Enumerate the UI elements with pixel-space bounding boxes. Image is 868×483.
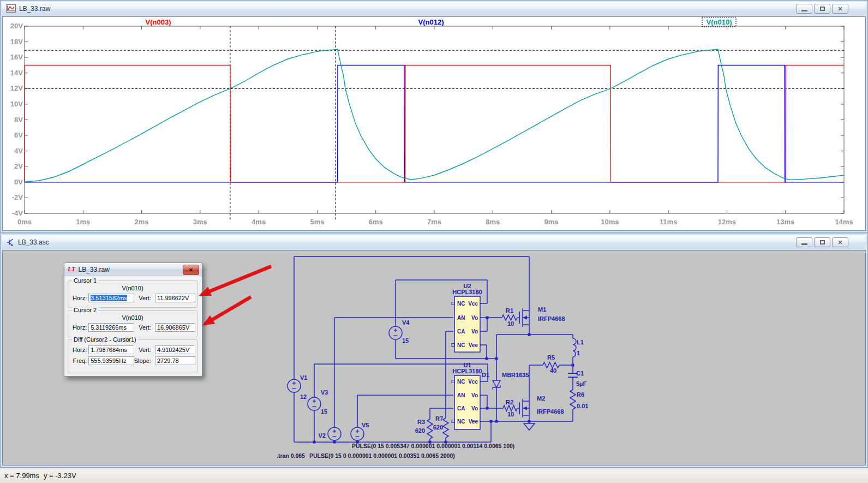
junction-dot	[486, 357, 488, 360]
y-tick-label: -4V	[12, 209, 23, 217]
ic-U2[interactable]: NCVccANVoCAVoNCVeeU2HCPL3180	[452, 283, 482, 352]
x-tick-label: 8ms	[486, 218, 500, 226]
status-y-readout: y = -3.23V	[44, 472, 76, 480]
junction-dot	[313, 441, 316, 444]
component-ref: V2	[319, 432, 326, 439]
voltage-source-symbol[interactable]	[288, 379, 301, 392]
cursor2-vert-field[interactable]: 16.906865V	[155, 323, 195, 332]
pulse-directive-v2[interactable]: PULSE(0 15 0 0.000001 0.000001 0.00351 0…	[309, 452, 455, 459]
junction-dot	[486, 317, 489, 319]
junction-dot	[495, 357, 498, 360]
x-tick-label: 6ms	[369, 218, 383, 226]
ic-U1[interactable]: NCVccANVoCAVoNCVeeU1HCPL3180	[452, 362, 482, 430]
pin-label: Vo	[471, 315, 478, 321]
diff-freq-label: Freq:	[70, 357, 87, 364]
component-ref: M1	[538, 306, 546, 313]
schematic-drawing: NCVccANVoCAVoNCVeeU2HCPL3180NCVccANVoCAV…	[277, 257, 588, 459]
x-tick-label: 1ms	[76, 218, 90, 226]
resistor-symbol	[502, 315, 517, 320]
component-value: 10	[507, 411, 514, 418]
x-tick-label: 0ms	[17, 218, 32, 226]
pin-label: Vcc	[468, 301, 478, 307]
voltage-source-symbol[interactable]	[389, 326, 402, 339]
x-tick-label: 11ms	[660, 218, 678, 226]
component-value: 1	[577, 350, 580, 356]
diode-symbol[interactable]	[493, 380, 500, 390]
x-tick-label: 10ms	[601, 218, 619, 226]
pin-label: Vo	[471, 392, 478, 398]
component-value: MBR1635	[502, 372, 529, 378]
component-value: 15	[402, 337, 409, 344]
y-tick-label: -2V	[12, 193, 23, 201]
diff-freq-field[interactable]: 555.93595Hz	[88, 356, 134, 365]
component-ref: R1	[506, 307, 513, 314]
pin-label: Vee	[469, 342, 478, 348]
x-tick-label: 7ms	[427, 218, 441, 226]
y-tick-label: 20V	[10, 22, 23, 30]
component-ref: V5	[362, 422, 369, 428]
component-value: 620	[415, 427, 425, 434]
component-value: 620	[433, 424, 443, 431]
x-tick-label: 4ms	[252, 218, 266, 226]
x-tick-label: 5ms	[310, 218, 324, 226]
tran-directive[interactable]: .tran 0.065	[277, 452, 305, 459]
diff-vert-label: Vert:	[134, 347, 151, 353]
pin-label: Vcc	[468, 379, 478, 385]
x-tick-label: 13ms	[776, 218, 794, 226]
plot-frame	[25, 26, 844, 213]
cursor1-signal: V(n010)	[68, 285, 197, 291]
diff-slope-field[interactable]: 2729.78	[155, 356, 195, 365]
voltage-source-symbol[interactable]	[328, 427, 341, 440]
inductor-symbol[interactable]	[573, 338, 576, 357]
diff-horz-label: Horz:	[70, 347, 87, 353]
pin-label: NC	[457, 301, 465, 307]
cursor1-vert-field[interactable]: 11.996622V	[155, 294, 195, 302]
resistor-symbol	[443, 418, 448, 438]
x-tick-label: 3ms	[193, 218, 207, 226]
nmos-symbol[interactable]	[519, 308, 529, 327]
pin-label: NC	[457, 419, 465, 425]
component-ref: R5	[547, 354, 555, 361]
cursor-dialog: LT LB_33.raw ✕ Cursor 1 V(n010) Horz: 3.…	[64, 263, 202, 377]
component-ref: V4	[402, 319, 410, 326]
legend-V(n010)[interactable]: V(n010)	[707, 18, 732, 26]
pin-label: NC	[457, 342, 465, 348]
diff-horz-field[interactable]: 1.7987684ms	[88, 345, 134, 354]
component-ref: R2	[506, 399, 513, 406]
cursor-dialog-titlebar[interactable]: LT LB_33.raw ✕	[64, 263, 202, 276]
cursor-dialog-close-button[interactable]: ✕	[183, 265, 199, 275]
y-tick-label: 18V	[10, 38, 23, 46]
cursor1-group-label: Cursor 1	[72, 277, 98, 284]
legend-V(n003)[interactable]: V(n003)	[146, 18, 171, 26]
pulse-directive-v5[interactable]: PULSE(0 15 0.005347 0.000001 0.000001 0.…	[352, 443, 514, 449]
status-bar: x = 7.99ms y = -3.23V	[0, 468, 868, 483]
component-ref: L1	[577, 339, 584, 345]
component-ref: M2	[537, 395, 545, 402]
voltage-source-symbol[interactable]	[351, 427, 364, 440]
waveform-plot[interactable]: 0ms1ms2ms3ms4ms5ms6ms7ms8ms9ms10ms11ms12…	[0, 0, 868, 233]
junction-dot	[495, 420, 498, 423]
cursor1-vert-label: Vert:	[134, 295, 151, 301]
diff-group-label: Diff (Cursor2 - Cursor1)	[72, 336, 138, 343]
junction-dot	[572, 364, 574, 367]
cursor-dialog-title: LB_33.raw	[78, 266, 109, 273]
component-value: IRFP4668	[538, 315, 565, 322]
cursor2-signal: V(n010)	[68, 314, 197, 321]
component-value: IRFP4668	[537, 408, 564, 415]
x-tick-label: 2ms	[135, 218, 149, 226]
y-tick-label: 0V	[14, 178, 23, 186]
component-value: HCPL3180	[452, 368, 482, 374]
legend-V(n012)[interactable]: V(n012)	[418, 18, 444, 26]
nmos-symbol[interactable]	[519, 399, 529, 418]
voltage-source-symbol[interactable]	[308, 397, 321, 410]
junction-dot	[528, 333, 531, 336]
component-ref: R6	[577, 391, 584, 398]
component-value: 5µF	[576, 380, 586, 387]
component-value: HCPL3180	[452, 289, 482, 295]
ltspice-logo-icon: LT	[68, 265, 75, 273]
cursor2-vert-label: Vert:	[134, 324, 151, 331]
cursor2-horz-field[interactable]: 5.3119266ms	[88, 323, 134, 332]
component-ref: V3	[321, 389, 328, 396]
cursor1-horz-field[interactable]: 3.5131582ms	[88, 294, 134, 302]
diff-vert-field[interactable]: 4.9102425V	[155, 345, 195, 354]
